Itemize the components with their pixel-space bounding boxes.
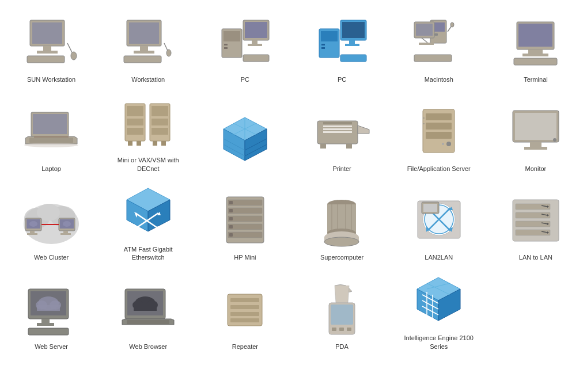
item-file-server[interactable]: File/Application Server [393, 92, 484, 176]
svg-point-108 [29, 221, 37, 227]
item-sun-workstation[interactable]: SUN Workstation [6, 12, 97, 86]
icon-repeater [213, 281, 277, 339]
svg-rect-91 [515, 113, 556, 140]
icon-intelligence-engine [407, 273, 471, 330]
icon-atm-gigabit [116, 184, 180, 242]
svg-rect-93 [530, 142, 541, 147]
svg-rect-171 [37, 323, 54, 326]
icon-pc-gray [213, 14, 277, 72]
svg-rect-28 [342, 22, 365, 38]
item-web-server[interactable]: Web Server [6, 270, 97, 353]
svg-point-87 [442, 143, 444, 145]
item-pda[interactable]: PDA [297, 270, 388, 353]
svg-rect-79 [323, 122, 352, 124]
icon-file-server [407, 104, 471, 161]
label-intelligence-engine: Intelligence Engine 2100 Series [402, 334, 476, 351]
item-intelligence-engine[interactable]: Intelligence Engine 2100 Series [393, 270, 484, 353]
svg-rect-179 [127, 320, 169, 324]
svg-rect-158 [516, 221, 550, 227]
item-workstation[interactable]: Workstation [103, 12, 194, 86]
label-sun-workstation: SUN Workstation [27, 75, 75, 83]
svg-point-139 [324, 237, 359, 246]
icon-printer [310, 104, 374, 161]
svg-rect-122 [228, 216, 262, 222]
label-printer: Printer [332, 165, 351, 173]
svg-rect-26 [321, 47, 325, 49]
item-pc-blue[interactable]: PC [297, 12, 388, 86]
icon-mini-vax [116, 95, 180, 153]
icon-pc-blue [310, 14, 374, 72]
item-lan2lan[interactable]: LAN2LAN [393, 181, 484, 265]
label-monitor: Monitor [525, 165, 547, 173]
svg-rect-24 [321, 31, 338, 41]
item-supercomputer[interactable]: Supercomputer [297, 181, 388, 265]
svg-rect-58 [152, 119, 168, 125]
svg-rect-183 [230, 312, 259, 316]
svg-rect-45 [522, 54, 548, 56]
item-atm-gigabit[interactable]: ATM Fast Gigabit Etherswitch [103, 181, 194, 265]
item-lan-to-lan[interactable]: LAN to LAN [490, 181, 581, 265]
svg-rect-172 [28, 328, 69, 335]
icon-web-cluster [20, 192, 83, 250]
svg-rect-105 [63, 231, 68, 233]
icon-supercomputer [310, 192, 374, 250]
svg-point-86 [446, 142, 451, 146]
label-pda: PDA [335, 342, 349, 351]
item-web-cluster[interactable]: Web Cluster [6, 181, 97, 265]
svg-rect-48 [33, 114, 67, 134]
svg-rect-121 [228, 208, 262, 214]
svg-rect-84 [426, 123, 452, 130]
label-supercomputer: Supercomputer [320, 253, 363, 261]
svg-rect-59 [152, 128, 168, 135]
item-laptop[interactable]: Laptop [6, 92, 97, 176]
svg-rect-62 [153, 141, 157, 146]
svg-rect-125 [229, 201, 233, 204]
svg-rect-36 [416, 24, 433, 36]
svg-point-6 [71, 52, 77, 60]
item-terminal[interactable]: Terminal [490, 12, 581, 86]
item-hp-mini[interactable]: HP Mini [199, 181, 290, 265]
item-web-browser[interactable]: Web Browser [103, 270, 194, 353]
svg-rect-152 [516, 204, 550, 210]
svg-rect-20 [252, 40, 257, 44]
svg-rect-29 [349, 40, 355, 44]
svg-rect-127 [229, 217, 233, 220]
svg-rect-38 [419, 43, 434, 45]
svg-rect-4 [27, 56, 65, 63]
icon-blue-cube [213, 112, 277, 169]
icon-sun-workstation [20, 14, 83, 72]
item-blue-cube[interactable] [199, 92, 290, 176]
svg-line-37 [422, 38, 427, 43]
svg-rect-182 [230, 305, 259, 309]
icon-lan2lan [407, 192, 471, 250]
item-repeater[interactable]: Repeater [199, 270, 290, 353]
label-web-browser: Web Browser [129, 342, 167, 351]
item-monitor[interactable]: Monitor [490, 92, 581, 176]
label-web-server: Web Server [35, 342, 68, 351]
label-macintosh: Macintosh [425, 75, 453, 83]
icon-pda [310, 281, 374, 339]
icon-grid: SUN Workstation Workstation [0, 0, 587, 365]
item-pc-gray[interactable]: PC [199, 12, 290, 86]
svg-rect-61 [137, 141, 141, 146]
svg-rect-161 [516, 230, 550, 235]
item-printer[interactable]: Printer [297, 92, 388, 176]
svg-rect-50 [34, 136, 69, 138]
svg-rect-39 [414, 55, 452, 62]
svg-rect-169 [37, 305, 60, 311]
svg-rect-54 [127, 119, 143, 125]
svg-point-92 [553, 138, 556, 142]
svg-rect-120 [228, 200, 262, 205]
svg-rect-188 [339, 328, 344, 331]
svg-rect-53 [127, 106, 143, 116]
item-macintosh[interactable]: Macintosh [393, 12, 484, 86]
svg-rect-3 [37, 51, 58, 54]
item-mini-vax[interactable]: Mini or VAX/VSM with DECnet [103, 92, 194, 176]
svg-rect-46 [514, 58, 557, 65]
icon-web-server [20, 281, 83, 339]
icon-workstation [116, 14, 180, 72]
svg-rect-31 [340, 55, 366, 62]
svg-rect-150 [423, 204, 437, 212]
svg-rect-34 [434, 33, 438, 36]
svg-rect-60 [128, 141, 132, 146]
